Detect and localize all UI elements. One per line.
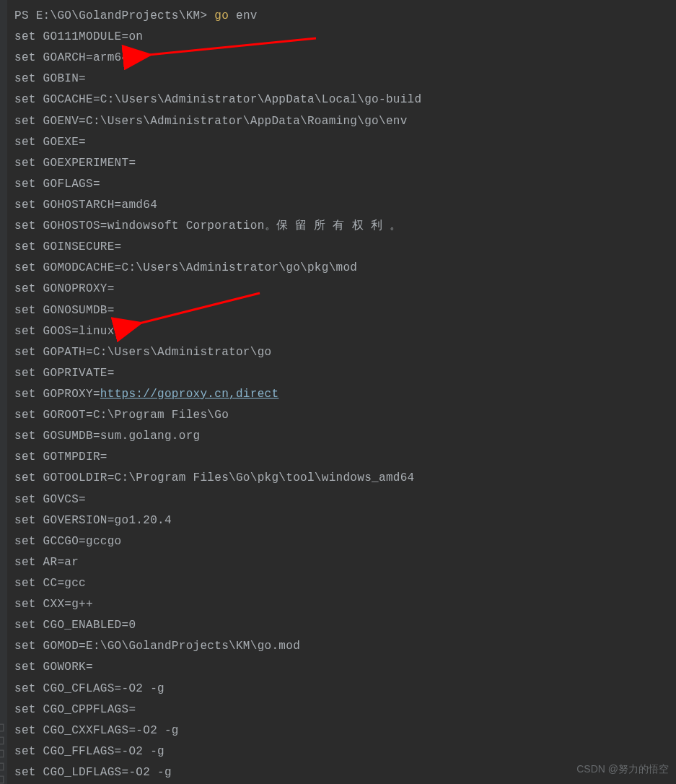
- env-line: set GONOPROXY=: [14, 279, 673, 300]
- env-line: set CGO_CPPFLAGS=: [14, 700, 673, 720]
- env-line: set GOARCH=arm64: [14, 48, 673, 69]
- env-line: set GOPROXY=https://goproxy.cn,direct: [14, 384, 673, 405]
- env-line: set GOTOOLDIR=C:\Program Files\Go\pkg\to…: [14, 468, 673, 489]
- env-line: set GOPRIVATE=: [14, 363, 673, 384]
- env-line: set CGO_FFLAGS=-O2 -g: [14, 741, 673, 762]
- prompt-line: PS E:\GO\GolandProjects\KM> go env: [14, 6, 673, 27]
- env-line: set GONOSUMDB=: [14, 300, 673, 321]
- env-line: set GOHOSTARCH=amd64: [14, 195, 673, 216]
- env-line: set CC=gcc: [14, 573, 673, 594]
- env-line: set GOSUMDB=sum.golang.org: [14, 426, 673, 447]
- env-line: set GOROOT=C:\Program Files\Go: [14, 405, 673, 426]
- env-line: set CGO_ENABLED=0: [14, 615, 673, 636]
- env-line: set GOENV=C:\Users\Administrator\AppData…: [14, 111, 673, 132]
- env-line: set GCCGO=gccgo: [14, 531, 673, 552]
- env-line: set GOEXPERIMENT=: [14, 153, 673, 174]
- prompt-path: E:\GO\GolandProjects\KM>: [36, 9, 208, 22]
- proxy-url[interactable]: https://goproxy.cn,direct: [100, 388, 279, 401]
- env-line: set GOOS=linux: [14, 321, 673, 342]
- env-line: set GO111MODULE=on: [14, 27, 673, 48]
- env-line: set CXX=g++: [14, 594, 673, 615]
- command-arg: env: [236, 9, 258, 22]
- env-line: set GOFLAGS=: [14, 174, 673, 195]
- command: go: [214, 9, 229, 22]
- prompt-prefix: PS: [14, 9, 29, 22]
- terminal-output[interactable]: PS E:\GO\GolandProjects\KM> go env set G…: [0, 0, 676, 784]
- env-line: set GOINSECURE=: [14, 237, 673, 258]
- env-line: set CGO_LDFLAGS=-O2 -g: [14, 762, 673, 783]
- env-line: set AR=ar: [14, 552, 673, 573]
- env-line: set GOWORK=: [14, 657, 673, 678]
- env-line: set GOEXE=: [14, 132, 673, 153]
- env-line: set CGO_CFLAGS=-O2 -g: [14, 679, 673, 700]
- env-line: set GOVCS=: [14, 489, 673, 510]
- env-line: set GOTMPDIR=: [14, 447, 673, 468]
- env-line: set GOMODCACHE=C:\Users\Administrator\go…: [14, 258, 673, 279]
- env-line: set CGO_CXXFLAGS=-O2 -g: [14, 720, 673, 741]
- env-line: set GOBIN=: [14, 69, 673, 90]
- env-line: set GOPATH=C:\Users\Administrator\go: [14, 342, 673, 363]
- env-line: set GOMOD=E:\GO\GolandProjects\KM\go.mod: [14, 636, 673, 657]
- env-line: set GOHOSTOS=windowsoft Corporation。保 留 …: [14, 216, 673, 237]
- watermark: CSDN @努力的悟空: [576, 760, 669, 778]
- env-line: set GOCACHE=C:\Users\Administrator\AppDa…: [14, 90, 673, 110]
- env-line: set GOVERSION=go1.20.4: [14, 510, 673, 531]
- env-label: set GOPROXY=: [14, 388, 100, 401]
